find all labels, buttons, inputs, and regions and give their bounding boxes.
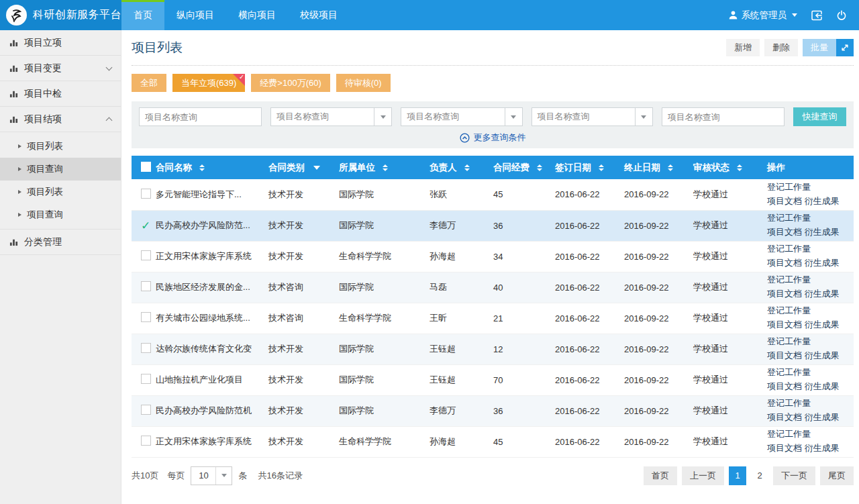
logout-icon[interactable]	[811, 10, 823, 21]
column-header-3[interactable]: 所属单位	[335, 156, 425, 179]
op-link-project-docs[interactable]: 项目文档	[767, 412, 802, 422]
sort-icon[interactable]	[599, 164, 604, 171]
op-link-derived-results[interactable]: 衍生成果	[805, 381, 840, 391]
row-checkbox[interactable]	[141, 343, 151, 353]
op-link-project-docs[interactable]: 项目文档	[767, 227, 802, 237]
filter-tab-4[interactable]: 待审核(0)	[336, 74, 391, 92]
sidebar-subitem-label: 项目列表	[27, 140, 63, 152]
sort-icon[interactable]	[199, 164, 205, 171]
select-arrow-icon[interactable]	[635, 108, 652, 125]
op-link-derived-results[interactable]: 衍生成果	[805, 319, 840, 330]
page-button-上一页[interactable]: 上一页	[682, 466, 724, 485]
op-link-project-docs[interactable]: 项目文档	[767, 381, 802, 391]
column-header-7[interactable]: 终止日期	[620, 156, 689, 179]
column-header-4[interactable]: 负责人	[425, 156, 489, 179]
row-checkbox[interactable]	[141, 250, 151, 260]
nav-item-2[interactable]: 纵向项目	[164, 0, 226, 30]
sort-icon[interactable]	[537, 164, 542, 171]
op-link-derived-results[interactable]: 衍生成果	[805, 350, 840, 360]
sidebar-item-1[interactable]: 项目立项	[0, 30, 121, 56]
op-link-register-workload[interactable]: 登记工作量	[767, 367, 811, 377]
sort-icon[interactable]	[383, 164, 388, 171]
row-checkbox[interactable]	[141, 281, 151, 291]
op-link-register-workload[interactable]: 登记工作量	[767, 429, 811, 439]
row-checkbox[interactable]	[141, 405, 151, 415]
sort-icon[interactable]	[668, 164, 673, 171]
search-select-2[interactable]: 项目名称查询	[270, 107, 392, 126]
select-all-checkbox[interactable]	[141, 162, 151, 172]
op-link-derived-results[interactable]: 衍生成果	[805, 443, 840, 453]
column-header-8[interactable]: 审核状态	[689, 156, 763, 179]
op-link-project-docs[interactable]: 项目文档	[767, 443, 802, 453]
page-button-首页[interactable]: 首页	[644, 466, 677, 485]
op-link-project-docs[interactable]: 项目文档	[767, 258, 802, 268]
toolbar-button-3[interactable]: 批量	[803, 39, 836, 56]
sidebar-item-2[interactable]: 项目变更	[0, 56, 121, 81]
op-link-project-docs[interactable]: 项目文档	[767, 289, 802, 299]
nav-item-1[interactable]: 首页	[121, 0, 164, 30]
search-select-4[interactable]: 项目名称查询	[532, 107, 653, 126]
user-menu[interactable]: 系统管理员	[728, 9, 798, 21]
more-conditions-link[interactable]: 更多查询条件	[460, 132, 526, 144]
page-button-尾页[interactable]: 尾页	[820, 466, 854, 485]
filter-tab-1[interactable]: 全部	[132, 74, 166, 92]
op-link-register-workload[interactable]: 登记工作量	[767, 305, 811, 315]
power-icon[interactable]	[836, 10, 847, 21]
op-link-derived-results[interactable]: 衍生成果	[805, 227, 840, 237]
page-button-2[interactable]: 2	[751, 466, 768, 485]
nav-item-4[interactable]: 校级项目	[288, 0, 350, 30]
sidebar-item-9[interactable]: 分类管理	[0, 230, 121, 255]
sidebar-subitem-7[interactable]: 项目列表	[0, 181, 121, 203]
search-input-5[interactable]	[662, 107, 785, 126]
per-page-select[interactable]: 10	[191, 466, 232, 485]
filter-tab-2[interactable]: 当年立项(639)✓	[172, 74, 245, 92]
op-link-register-workload[interactable]: 登记工作量	[767, 213, 811, 223]
op-link-register-workload[interactable]: 登记工作量	[767, 182, 811, 192]
op-link-register-workload[interactable]: 登记工作量	[767, 398, 811, 408]
op-link-derived-results[interactable]: 衍生成果	[805, 289, 840, 299]
column-header-1[interactable]: 合同名称	[152, 156, 264, 179]
page-button-1[interactable]: 1	[729, 466, 746, 485]
op-link-derived-results[interactable]: 衍生成果	[805, 412, 840, 422]
search-select-3[interactable]: 项目名称查询	[401, 107, 522, 126]
row-checkbox[interactable]	[141, 312, 151, 322]
op-line: 项目文档 衍生成果	[767, 195, 850, 209]
op-link-register-workload[interactable]: 登记工作量	[767, 336, 811, 346]
sidebar-item-label: 项目立项	[24, 37, 62, 49]
nav-item-3[interactable]: 横向项目	[226, 0, 288, 30]
cell-type: 技术咨询	[264, 272, 335, 303]
sidebar-item-4[interactable]: 项目结项	[0, 107, 121, 132]
sort-icon[interactable]	[464, 164, 470, 171]
column-header-5[interactable]: 合同经费	[489, 156, 551, 179]
op-link-derived-results[interactable]: 衍生成果	[805, 258, 840, 268]
select-all-header[interactable]	[132, 156, 152, 179]
toolbar-button-2[interactable]: 删除	[764, 39, 798, 56]
sidebar-item-3[interactable]: 项目中检	[0, 81, 121, 107]
fullscreen-button[interactable]	[836, 39, 854, 56]
op-link-project-docs[interactable]: 项目文档	[767, 319, 802, 330]
row-checkbox[interactable]	[141, 189, 151, 199]
op-link-register-workload[interactable]: 登记工作量	[767, 244, 811, 254]
filter-tab-3[interactable]: 经费>100万(60)	[251, 74, 330, 92]
op-link-derived-results[interactable]: 衍生成果	[805, 196, 840, 206]
op-link-project-docs[interactable]: 项目文档	[767, 196, 802, 206]
op-link-register-workload[interactable]: 登记工作量	[767, 274, 811, 285]
sidebar-subitem-6[interactable]: 项目查询	[0, 158, 121, 181]
sort-icon[interactable]	[737, 164, 742, 171]
column-header-6[interactable]: 签订日期	[551, 156, 620, 179]
op-link-project-docs[interactable]: 项目文档	[767, 350, 802, 360]
row-checkbox[interactable]	[141, 436, 151, 446]
search-input-1[interactable]	[139, 107, 262, 126]
sidebar-subitem-8[interactable]: 项目查询	[0, 203, 121, 226]
row-checkbox[interactable]	[141, 374, 151, 384]
filter-icon[interactable]	[313, 166, 320, 170]
sidebar-subitem-5[interactable]: 项目列表	[0, 135, 121, 158]
page-button-下一页[interactable]: 下一页	[773, 466, 815, 485]
cell-type: 技术咨询	[264, 303, 335, 334]
quick-search-button[interactable]: 快捷查询	[793, 107, 846, 126]
select-arrow-icon[interactable]	[505, 108, 522, 125]
select-arrow-icon[interactable]	[374, 108, 391, 125]
column-header-2[interactable]: 合同类别	[264, 156, 335, 179]
check-icon[interactable]: ✓	[141, 219, 150, 232]
toolbar-button-1[interactable]: 新增	[726, 39, 760, 56]
